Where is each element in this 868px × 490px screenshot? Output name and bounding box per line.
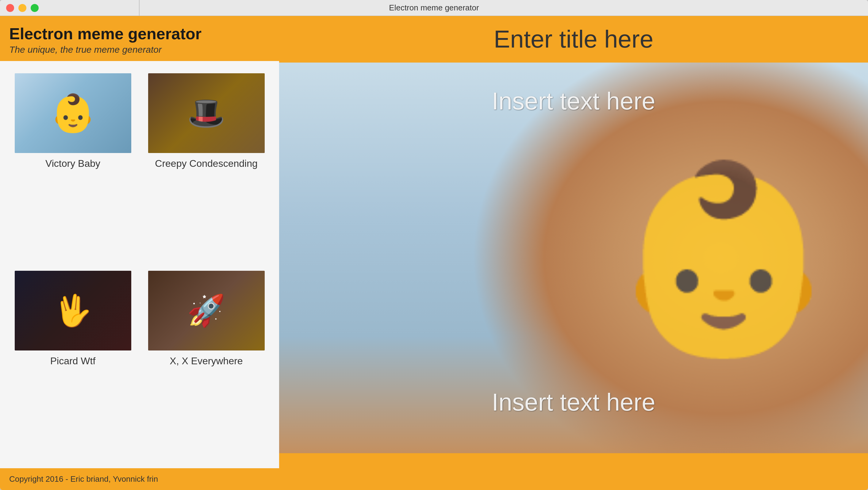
sidebar: Electron meme generator The unique, the … [0,16,279,490]
meme-preview-area: 👶 [279,63,868,453]
meme-text-bottom-area [279,388,868,416]
meme-thumb-buzz [148,271,265,351]
meme-title-input[interactable] [291,25,856,53]
meme-thumb-picard [15,271,131,351]
meme-label-wonka: Creepy Condescending [155,158,257,169]
meme-text-top-area [279,87,868,115]
app-title: Electron meme generator [9,25,270,43]
meme-bottom-text-input[interactable] [338,388,809,416]
meme-label-picard: Picard Wtf [50,355,96,367]
app-window: Electron meme generator Electron meme ge… [0,0,868,490]
meme-thumb-victory-baby [15,73,131,153]
traffic-lights [6,4,39,12]
main-header [279,16,868,63]
meme-item-picard-wtf[interactable]: Picard Wtf [6,265,140,462]
main-footer [279,453,868,490]
meme-label-buzz: X, X Everywhere [169,355,243,367]
main-panel: 👶 [279,16,868,490]
maximize-button[interactable] [31,4,39,12]
sidebar-header: Electron meme generator The unique, the … [0,16,279,61]
window-title: Electron meme generator [389,3,479,12]
meme-grid: Victory Baby Creepy Condescending Picard… [0,61,279,468]
meme-thumb-wonka [148,73,265,153]
meme-item-victory-baby[interactable]: Victory Baby [6,67,140,265]
meme-item-creepy-condescending[interactable]: Creepy Condescending [140,67,273,265]
meme-image-background: 👶 [279,63,868,453]
minimize-button[interactable] [19,4,26,12]
meme-item-x-everywhere[interactable]: X, X Everywhere [140,265,273,462]
sidebar-footer: Copyright 2016 - Eric briand, Yvonnick f… [0,468,279,490]
meme-label-victory-baby: Victory Baby [45,158,100,169]
meme-top-text-input[interactable] [338,87,809,115]
baby-emoji: 👶 [609,166,839,350]
close-button[interactable] [6,4,14,12]
app-body: Electron meme generator The unique, the … [0,16,868,490]
copyright-text: Copyright 2016 - Eric briand, Yvonnick f… [9,475,158,484]
title-bar-divider [139,0,140,16]
app-subtitle: The unique, the true meme generator [9,44,270,55]
title-bar: Electron meme generator [0,0,868,16]
